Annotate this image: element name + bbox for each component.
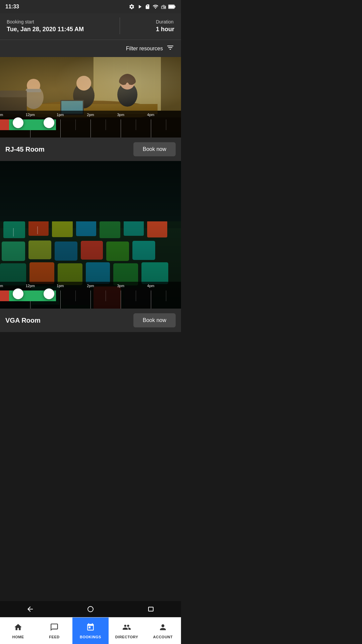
svg-point-19 bbox=[120, 75, 135, 90]
booking-start-value: Tue, Jan 28, 2020 11:45 AM bbox=[7, 26, 84, 33]
bookings-nav-icon bbox=[86, 623, 95, 634]
settings-icon bbox=[129, 4, 135, 10]
svg-rect-24 bbox=[0, 91, 27, 97]
signal-icon bbox=[161, 4, 166, 10]
rooms-list: m 12pm 1pm 2pm 3pm 4pm bbox=[0, 57, 181, 375]
timeline-rj45[interactable]: m 12pm 1pm 2pm 3pm 4pm bbox=[0, 111, 181, 138]
nav-label-account: ACCOUNT bbox=[153, 635, 173, 639]
nav-item-bookings[interactable]: BOOKINGS bbox=[72, 618, 109, 644]
svg-rect-2 bbox=[169, 5, 174, 8]
sdcard-icon bbox=[145, 4, 150, 10]
svg-rect-15 bbox=[26, 89, 41, 92]
nav-label-bookings: BOOKINGS bbox=[80, 635, 101, 639]
svg-point-14 bbox=[27, 79, 40, 92]
battery-icon bbox=[168, 4, 176, 9]
nav-item-account[interactable]: ACCOUNT bbox=[145, 618, 181, 644]
home-button[interactable] bbox=[82, 601, 99, 617]
booking-duration-label: Duration bbox=[156, 19, 174, 24]
room-image-vga: m 12pm 1pm 2pm 3pm 4pm bbox=[0, 161, 181, 309]
svg-point-16 bbox=[73, 83, 95, 108]
svg-rect-1 bbox=[174, 6, 175, 8]
booking-header: Booking start Tue, Jan 28, 2020 11:45 AM… bbox=[0, 13, 181, 40]
svg-rect-4 bbox=[0, 57, 181, 111]
room-card-vga: m 12pm 1pm 2pm 3pm 4pm bbox=[0, 161, 181, 332]
svg-point-13 bbox=[23, 86, 44, 109]
room-image-rj45: m 12pm 1pm 2pm 3pm 4pm bbox=[0, 57, 181, 138]
account-nav-icon bbox=[159, 623, 167, 634]
home-nav-icon bbox=[14, 623, 22, 634]
svg-rect-5 bbox=[94, 57, 161, 111]
status-time: 11:33 bbox=[5, 4, 19, 10]
back-button[interactable] bbox=[22, 601, 38, 617]
svg-point-18 bbox=[117, 83, 137, 107]
bottom-nav: HOME FEED BOOKINGS DIRECTORY bbox=[0, 617, 181, 644]
room-name-vga: VGA Room bbox=[5, 317, 41, 324]
nav-label-home: HOME bbox=[12, 635, 24, 639]
nav-item-home[interactable]: HOME bbox=[0, 618, 36, 644]
booking-header-divider bbox=[120, 17, 120, 34]
directory-nav-icon bbox=[122, 623, 131, 634]
svg-point-17 bbox=[76, 76, 91, 91]
book-now-button-rj45[interactable]: Book now bbox=[133, 142, 176, 156]
feed-nav-icon bbox=[50, 623, 59, 634]
filter-label: Filter resources bbox=[126, 46, 163, 52]
booking-start-label: Booking start bbox=[7, 19, 34, 24]
nav-label-directory: DIRECTORY bbox=[115, 635, 138, 639]
nav-item-feed[interactable]: FEED bbox=[36, 618, 72, 644]
nav-item-directory[interactable]: DIRECTORY bbox=[109, 618, 145, 644]
play-icon bbox=[137, 4, 143, 10]
room-info-vga: VGA Room Book now bbox=[0, 309, 181, 332]
room-card-rj45: m 12pm 1pm 2pm 3pm 4pm bbox=[0, 57, 181, 161]
timeline-vga[interactable]: m 12pm 1pm 2pm 3pm 4pm bbox=[0, 282, 181, 309]
android-nav-bar bbox=[0, 601, 181, 617]
booking-duration-section: Duration 1 hour bbox=[156, 19, 174, 33]
wifi-icon bbox=[152, 4, 159, 10]
room-name-rj45: RJ-45 Room bbox=[5, 146, 45, 153]
booking-duration-value: 1 hour bbox=[156, 26, 174, 33]
book-now-button-vga[interactable]: Book now bbox=[133, 313, 176, 327]
room-info-rj45: RJ-45 Room Book now bbox=[0, 138, 181, 161]
recents-button[interactable] bbox=[143, 601, 159, 617]
status-icons bbox=[129, 4, 176, 10]
nav-label-feed: FEED bbox=[49, 635, 59, 639]
filter-bar[interactable]: Filter resources bbox=[0, 40, 181, 57]
booking-start-section: Booking start Tue, Jan 28, 2020 11:45 AM bbox=[7, 19, 84, 33]
filter-icon[interactable] bbox=[166, 44, 174, 53]
status-bar: 11:33 bbox=[0, 0, 181, 13]
